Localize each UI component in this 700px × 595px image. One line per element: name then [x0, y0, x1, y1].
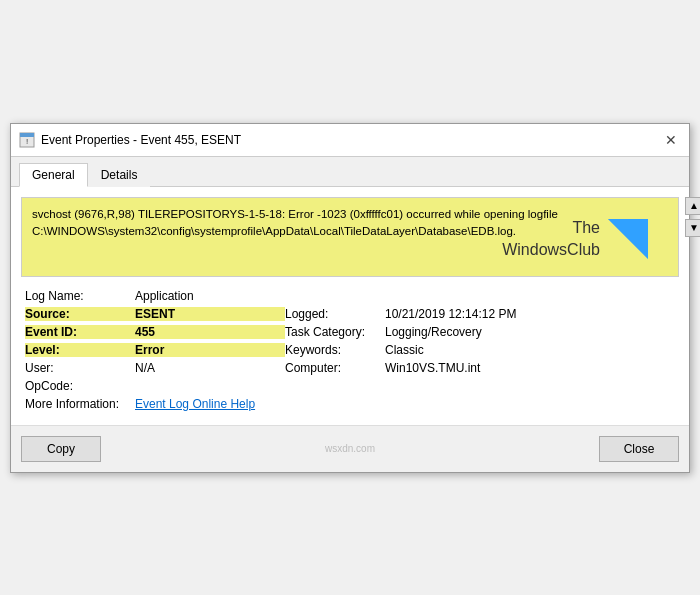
- log-name-row: Log Name: Application: [25, 289, 675, 303]
- event-message-box: svchost (9676,R,98) TILEREPOSITORYS-1-5-…: [21, 197, 679, 277]
- event-id-label: Event ID:: [25, 325, 135, 339]
- opcode-label: OpCode:: [25, 379, 135, 393]
- title-bar: ! Event Properties - Event 455, ESENT ✕: [11, 124, 689, 157]
- keywords-label: Keywords:: [285, 343, 385, 357]
- copy-button[interactable]: Copy: [21, 436, 101, 462]
- tab-bar: General Details: [11, 157, 689, 187]
- source-label: Source:: [25, 307, 135, 321]
- keywords-value: Classic: [385, 343, 675, 357]
- logo-line2: WindowsClub: [502, 239, 600, 261]
- svg-marker-4: [608, 219, 648, 259]
- source-value: ESENT: [135, 307, 285, 321]
- level-value: Error: [135, 343, 285, 357]
- title-bar-left: ! Event Properties - Event 455, ESENT: [19, 132, 241, 148]
- event-id-row: Event ID: 455: [25, 325, 285, 339]
- logo-line1: The: [502, 217, 600, 239]
- two-column-section: Source: ESENT Event ID: 455 Level: Error: [25, 307, 675, 397]
- logged-row: Logged: 10/21/2019 12:14:12 PM: [285, 307, 675, 321]
- logged-value: 10/21/2019 12:14:12 PM: [385, 307, 675, 321]
- close-button[interactable]: Close: [599, 436, 679, 462]
- more-info-row: More Information: Event Log Online Help: [25, 397, 675, 411]
- level-row: Level: Error: [25, 343, 285, 357]
- event-log-online-help-link[interactable]: Event Log Online Help: [135, 397, 255, 411]
- user-row: User: N/A: [25, 361, 285, 375]
- computer-row: Computer: Win10VS.TMU.int: [285, 361, 675, 375]
- event-message-text: svchost (9676,R,98) TILEREPOSITORYS-1-5-…: [32, 208, 558, 237]
- user-label: User:: [25, 361, 135, 375]
- task-category-value: Logging/Recovery: [385, 325, 675, 339]
- scroll-up-button[interactable]: ▲: [685, 197, 700, 215]
- close-icon[interactable]: ✕: [661, 130, 681, 150]
- more-info-label: More Information:: [25, 397, 135, 411]
- source-row: Source: ESENT: [25, 307, 285, 321]
- left-column: Source: ESENT Event ID: 455 Level: Error: [25, 307, 285, 397]
- keywords-row: Keywords: Classic: [285, 343, 675, 357]
- computer-value: Win10VS.TMU.int: [385, 361, 675, 375]
- tab-details[interactable]: Details: [88, 163, 151, 187]
- svg-text:!: !: [26, 137, 28, 146]
- right-column: Logged: 10/21/2019 12:14:12 PM Task Cate…: [285, 307, 675, 397]
- footer: Copy wsxdn.com Close: [11, 425, 689, 472]
- event-id-value: 455: [135, 325, 285, 339]
- message-container: svchost (9676,R,98) TILEREPOSITORYS-1-5-…: [21, 197, 679, 277]
- opcode-row: OpCode:: [25, 379, 285, 393]
- level-label: Level:: [25, 343, 135, 357]
- log-name-label: Log Name:: [25, 289, 135, 303]
- window-title: Event Properties - Event 455, ESENT: [41, 133, 241, 147]
- task-category-label: Task Category:: [285, 325, 385, 339]
- logged-label: Logged:: [285, 307, 385, 321]
- tab-general[interactable]: General: [19, 163, 88, 187]
- window-icon: !: [19, 132, 35, 148]
- task-category-row: Task Category: Logging/Recovery: [285, 325, 675, 339]
- scroll-down-button[interactable]: ▼: [685, 219, 700, 237]
- user-value: N/A: [135, 361, 285, 375]
- computer-label: Computer:: [285, 361, 385, 375]
- log-name-value: Application: [135, 289, 675, 303]
- event-properties-window: ! Event Properties - Event 455, ESENT ✕ …: [10, 123, 690, 473]
- fields-section: Log Name: Application Source: ESENT Even…: [21, 289, 679, 411]
- logo-icon: [608, 219, 648, 259]
- watermark: wsxdn.com: [325, 443, 375, 454]
- content-area: svchost (9676,R,98) TILEREPOSITORYS-1-5-…: [11, 187, 689, 425]
